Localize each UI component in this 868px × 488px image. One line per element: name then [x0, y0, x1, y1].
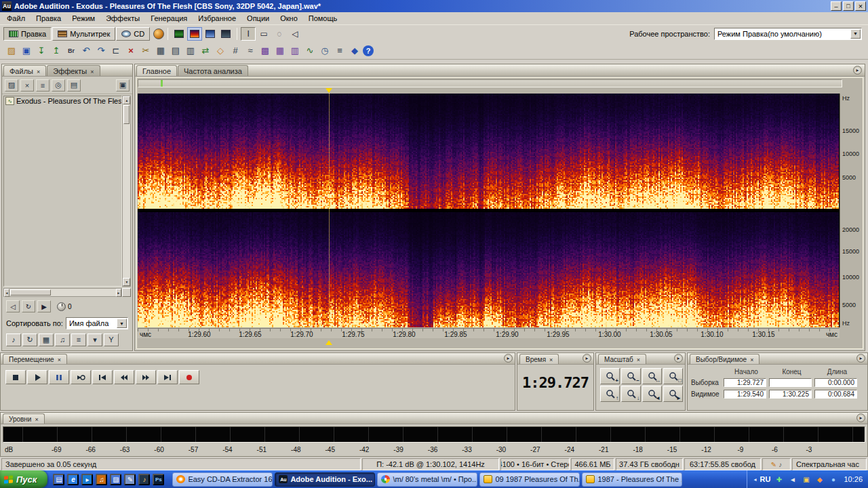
delete-icon[interactable]: × [124, 44, 138, 58]
photoshop-icon[interactable]: Ps [153, 474, 164, 485]
crop-icon[interactable]: ⊏ [109, 44, 123, 58]
frequency-analysis-icon[interactable]: ∿ [303, 44, 317, 58]
level-meter[interactable] [3, 426, 865, 443]
redo-icon[interactable]: ↷ [94, 44, 108, 58]
playhead-marker-icon[interactable] [326, 88, 332, 93]
spectral-select-icon[interactable]: ▦ [273, 44, 287, 58]
zoom-out-button[interactable]: − [621, 368, 641, 384]
scrub-tool[interactable]: ◁ [288, 27, 302, 41]
zoom-in-button[interactable]: + [600, 368, 620, 384]
menu-item[interactable]: Генерация [145, 13, 193, 24]
file-list-vertical-scrollbar[interactable] [122, 96, 131, 287]
winamp-icon[interactable]: ♫ [96, 474, 107, 485]
visible-end-field[interactable]: 1:30.225 [769, 390, 812, 399]
help-icon[interactable]: ? [363, 45, 374, 56]
menu-item[interactable]: Окно [275, 13, 303, 24]
show-video-files-icon[interactable]: ▦ [39, 333, 54, 346]
tab-close-icon[interactable] [33, 415, 38, 423]
play-button[interactable] [27, 370, 47, 384]
tab-close-icon[interactable] [748, 356, 753, 363]
cd-view-button[interactable]: CD [116, 27, 150, 41]
tray-chevron-icon[interactable]: ◂ [754, 476, 757, 483]
task-easy-cdda[interactable]: Easy CD-DA Extractor 16 [172, 472, 273, 487]
antivirus-tray-icon[interactable]: ✚ [774, 474, 784, 485]
loop-preview-icon[interactable]: ↻ [22, 300, 35, 312]
menu-item[interactable]: Файл [1, 13, 31, 24]
menu-item[interactable]: Режим [66, 13, 100, 24]
zoom-out-vertical-button[interactable]: ↓ [621, 386, 641, 402]
internet-explorer-icon[interactable]: e [67, 474, 79, 485]
playhead-cursor[interactable] [329, 94, 330, 327]
tab-close-icon[interactable] [56, 356, 61, 363]
selection-length-field[interactable]: 0:00.000 [814, 378, 857, 387]
scroll-right-icon[interactable] [116, 289, 121, 297]
preview-volume-knob[interactable] [57, 302, 66, 311]
dropdown-arrow-icon[interactable] [117, 319, 127, 328]
marker-icon[interactable]: ◇ [214, 44, 227, 58]
time-panel-tab[interactable]: Время [519, 354, 559, 364]
tab-effects[interactable]: Эффекты [47, 65, 100, 76]
selection-view-panel-tab[interactable]: Выбор/Видимое [690, 354, 760, 364]
marker-strip-bottom[interactable] [138, 338, 840, 347]
spectrogram-display[interactable] [138, 94, 840, 327]
maximize-button[interactable] [843, 1, 854, 11]
menu-item[interactable]: Избранное [193, 13, 241, 24]
waveform-view-icon[interactable] [172, 27, 186, 41]
tab-close-icon[interactable] [35, 67, 40, 75]
scroll-left-icon[interactable] [4, 289, 9, 297]
recent-access-icon[interactable]: ▾ [87, 333, 102, 346]
show-audio-files-icon[interactable]: ♪ [6, 333, 21, 346]
dropdown-arrow-icon[interactable] [850, 29, 861, 39]
zoom-selection-button[interactable]: □ [663, 368, 683, 384]
spectrogram-right-channel[interactable] [138, 212, 840, 327]
playhead-marker-icon[interactable] [326, 340, 332, 345]
copy-icon[interactable]: ▦ [154, 44, 167, 58]
zoom-left-edge-button[interactable]: ◄ [642, 386, 662, 402]
cut-icon[interactable]: ✂ [139, 44, 153, 58]
file-list-horizontal-scrollbar[interactable] [3, 288, 122, 297]
menu-item[interactable]: Правка [31, 13, 66, 24]
tab-close-icon[interactable] [635, 356, 640, 363]
spectral-frequency-view-icon[interactable] [187, 27, 202, 41]
file-list-item[interactable]: Exodus - Pleasures Of The Flesh [4, 96, 121, 106]
pause-button[interactable] [49, 370, 69, 384]
import-file-icon[interactable]: ▨ [5, 79, 18, 92]
spectral-pan-view-icon[interactable] [203, 27, 218, 41]
insert-cd-icon[interactable]: ◎ [52, 79, 65, 92]
frequency-ruler[interactable]: Hz 15000 10000 5000 20000 15000 10000 50… [840, 94, 862, 327]
menu-item[interactable]: Помощь [303, 13, 343, 24]
panel-menu-button[interactable] [504, 354, 513, 363]
phase-analysis-icon[interactable]: ◷ [318, 44, 332, 58]
edit-view-button[interactable]: Правка [3, 27, 52, 41]
zoom-panel-tab[interactable]: Масштаб [598, 354, 646, 364]
title-bar[interactable]: Au Adobe Audition - Exodus - Pleasures O… [0, 0, 868, 12]
zoom-in-vertical-button[interactable]: ↑ [600, 386, 620, 402]
mix-paste-icon[interactable]: ▥ [184, 44, 197, 58]
tab-close-icon[interactable] [547, 356, 553, 363]
spectrogram-left-channel[interactable] [138, 94, 840, 209]
tab-close-icon[interactable] [88, 67, 94, 75]
marquee-selection-tool[interactable]: ▭ [256, 27, 271, 41]
import-audio-icon[interactable]: ↧ [35, 44, 48, 58]
panel-menu-button[interactable] [856, 413, 865, 422]
tab-main[interactable]: Главное [136, 65, 177, 76]
zoom-right-edge-button[interactable]: ► [663, 386, 683, 402]
full-path-icon[interactable]: ≡ [71, 333, 86, 346]
panel-menu-button[interactable] [853, 66, 862, 75]
sort-select[interactable]: Имя файла [66, 317, 128, 329]
go-to-end-button[interactable] [157, 370, 178, 384]
panel-menu-button[interactable] [583, 354, 591, 363]
selection-start-field[interactable]: 1:29.727 [724, 378, 766, 387]
media-player-icon[interactable]: ▸ [81, 474, 93, 485]
export-audio-icon[interactable]: ↥ [50, 44, 63, 58]
insert-multitrack-icon[interactable]: ≡ [36, 79, 50, 92]
menu-item[interactable]: Эффекты [100, 13, 145, 24]
bridge-icon[interactable]: Br [64, 44, 78, 58]
rewind-button[interactable] [114, 370, 134, 384]
paste-icon[interactable]: ▤ [169, 44, 182, 58]
panel-menu-button[interactable] [856, 354, 865, 363]
scroll-up-icon[interactable] [123, 96, 130, 104]
save-file-icon[interactable]: ▣ [20, 44, 33, 58]
update-tray-icon[interactable]: ◆ [814, 474, 825, 485]
show-desktop-icon[interactable]: ▤ [53, 474, 64, 485]
